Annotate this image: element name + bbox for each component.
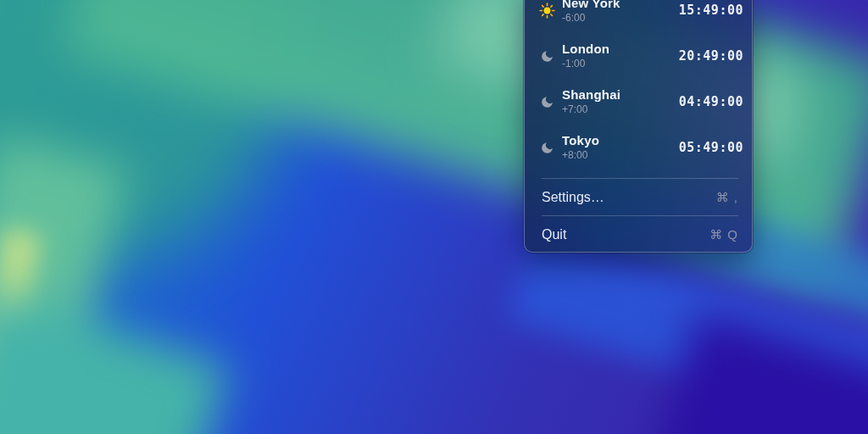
wallpaper-stripe-blue [506,229,868,434]
clock-info: London -1:00 [562,42,609,70]
clock-row-london: London -1:00 20:49:00 [525,33,752,79]
clock-time: 15:49:00 [679,3,743,18]
wallpaper-green-band-left [0,134,129,434]
sun-icon [537,3,557,19]
clock-offset: -1:00 [562,58,609,70]
moon-icon [537,141,557,155]
clock-info: Tokyo +8:00 [562,134,599,161]
clock-offset: -6:00 [562,13,620,24]
menu-shortcut: ⌘ , [716,190,738,205]
clock-info: Shanghai +7:00 [562,88,620,115]
clock-city: New York [562,0,620,11]
menu-shortcut: ⌘ Q [709,227,738,242]
moon-icon [537,95,557,109]
wallpaper-lime-sliver [0,228,42,434]
desktop: New York -6:00 15:49:00 London -1:00 20:… [0,0,868,434]
clock-city: Shanghai [562,88,620,103]
wallpaper-teal-corner [0,0,288,263]
clock-row-new-york: New York -6:00 15:49:00 [525,0,752,33]
clock-city: London [562,42,609,57]
menu-item-label: Settings… [542,190,604,205]
clock-list: New York -6:00 15:49:00 London -1:00 20:… [525,0,752,170]
menu-item-label: Quit [542,227,566,242]
wallpaper-teal-bottom-left [0,288,230,434]
clock-row-tokyo: Tokyo +8:00 05:49:00 [525,125,752,170]
clock-offset: +8:00 [562,150,599,161]
clock-city: Tokyo [562,134,599,148]
clock-time: 20:49:00 [679,48,743,64]
menu-item-settings[interactable]: Settings… ⌘ , [525,179,752,215]
world-clock-menu: New York -6:00 15:49:00 London -1:00 20:… [524,0,753,253]
clock-time: 05:49:00 [679,140,743,155]
menu-item-quit[interactable]: Quit ⌘ Q [525,216,752,253]
clock-time: 04:49:00 [679,94,743,109]
wallpaper-purple-corner [642,311,868,434]
clock-row-shanghai: Shanghai +7:00 04:49:00 [525,79,752,125]
clock-info: New York -6:00 [562,0,620,24]
moon-icon [537,49,557,64]
clock-offset: +7:00 [562,104,620,115]
